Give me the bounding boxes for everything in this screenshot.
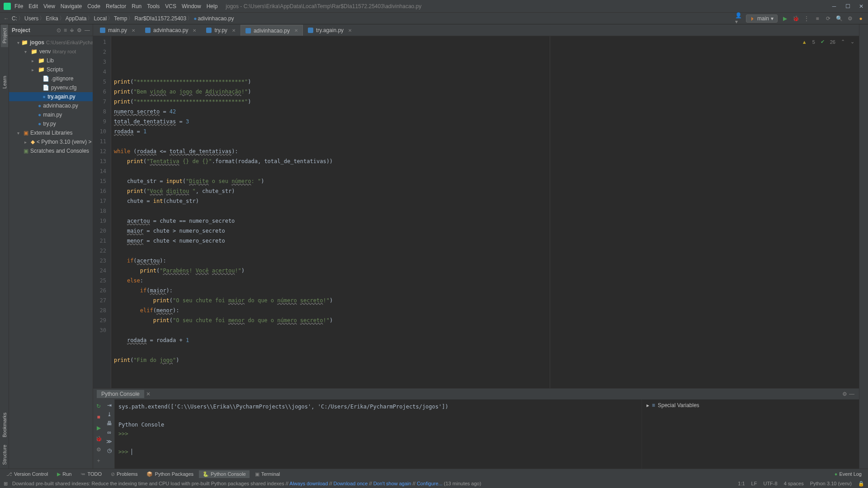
tree-try[interactable]: ●try.py	[9, 119, 93, 128]
chevron-up-icon[interactable]: ⌃	[841, 39, 845, 45]
indent[interactable]: 4 spaces	[784, 481, 804, 487]
tree-lib[interactable]: ▸📁Lib	[9, 56, 93, 65]
search-icon[interactable]: 🔍	[835, 15, 843, 22]
execute-icon[interactable]: ▶	[94, 424, 103, 432]
menu-tools[interactable]: Tools	[147, 3, 160, 9]
tw-problems[interactable]: ⊘Problems	[107, 470, 141, 478]
tw-version-control[interactable]: ⎇Version Control	[3, 470, 52, 478]
debug-button[interactable]: 🐞	[792, 15, 799, 22]
sidebar-tab-project[interactable]: Project	[1, 24, 8, 47]
tree-gitignore[interactable]: 📄.gitignore	[9, 74, 93, 83]
print-icon[interactable]: 🖶	[107, 420, 112, 427]
crumb-file[interactable]: adivinhacao.py	[198, 15, 234, 22]
new-console-icon[interactable]: ＋	[94, 456, 103, 465]
tree-tryagain[interactable]: ●try.again.py	[9, 92, 93, 101]
tree-python-env[interactable]: ▸◆< Python 3.10 (venv) >	[9, 137, 93, 146]
minimize-button[interactable]: ─	[831, 3, 837, 9]
tree-venv[interactable]: ▾📁venv library root	[9, 47, 93, 56]
stop-icon[interactable]: ■	[94, 413, 103, 421]
tab-advinhacao[interactable]: advinhacao.py✕	[140, 25, 201, 36]
collapse-all-icon[interactable]: ≑	[70, 27, 74, 33]
lock-icon[interactable]: 🔒	[858, 481, 864, 487]
soft-wrap-icon[interactable]: ⇥	[107, 402, 112, 408]
interpreter[interactable]: Python 3.10 (venv)	[810, 481, 852, 487]
status-link[interactable]: Always download	[289, 481, 328, 486]
variables-view[interactable]: ▸≡Special Variables	[642, 399, 859, 469]
crumb[interactable]: Local	[94, 15, 107, 22]
tree-root[interactable]: ▾📁jogos C:\Users\Erika\Pycha	[9, 38, 93, 47]
sidebar-tab-structure[interactable]: Structure	[1, 441, 8, 469]
menu-vcs[interactable]: VCS	[165, 3, 176, 9]
menu-file[interactable]: File	[14, 3, 23, 9]
tw-packages[interactable]: 📦Python Packages	[143, 470, 197, 478]
close-button[interactable]: ✕	[858, 3, 864, 9]
menu-run[interactable]: Run	[132, 3, 142, 9]
maximize-button[interactable]: ☐	[844, 3, 851, 9]
crumb[interactable]: AppData	[66, 15, 87, 22]
close-icon[interactable]: ✕	[132, 28, 135, 33]
tab-adivinhacao[interactable]: adivinhacao.py✕	[241, 25, 303, 36]
settings-icon[interactable]: ⚙	[846, 15, 854, 22]
menu-view[interactable]: View	[43, 3, 55, 9]
code-content[interactable]: print("*********************************…	[111, 36, 859, 388]
git-update-icon[interactable]: ⟳	[825, 15, 832, 22]
close-icon[interactable]: ✕	[294, 28, 298, 33]
caret-position[interactable]: 1:1	[738, 481, 745, 487]
encoding[interactable]: UTF-8	[763, 481, 777, 487]
project-tree[interactable]: ▾📁jogos C:\Users\Erika\Pycha ▾📁venv libr…	[9, 36, 93, 469]
status-link[interactable]: Don't show again	[373, 481, 411, 486]
stop-icon[interactable]: ■	[814, 15, 821, 22]
select-opened-file-icon[interactable]: ⊙	[57, 27, 61, 33]
user-icon[interactable]: 👤▾	[735, 15, 742, 22]
settings-icon[interactable]: ⚙	[94, 446, 103, 454]
menu-window[interactable]: Window	[182, 3, 201, 9]
hide-icon[interactable]: —	[85, 27, 90, 33]
tw-terminal[interactable]: ▣Terminal	[251, 470, 284, 478]
menu-code[interactable]: Code	[87, 3, 100, 9]
status-link[interactable]: Download once	[334, 481, 368, 486]
tw-python-console[interactable]: 🐍Python Console	[199, 470, 250, 478]
history-icon[interactable]: ◷	[107, 447, 112, 454]
scroll-end-icon[interactable]: ⤓	[107, 411, 112, 418]
menu-edit[interactable]: Edit	[28, 3, 38, 9]
tw-event-log[interactable]: ●Event Log	[831, 470, 865, 478]
tw-run[interactable]: ▶Run	[53, 470, 75, 478]
menu-navigate[interactable]: Navigate	[61, 3, 82, 9]
tab-tryagain[interactable]: try.again.py✕	[303, 25, 357, 36]
run-config-selector[interactable]: ⏵main▾	[746, 14, 778, 23]
chevron-right-icon[interactable]: ▸	[646, 402, 649, 408]
crumb[interactable]: Temp	[114, 15, 127, 22]
crumb[interactable]: Rar$DIa11572.25403	[134, 15, 186, 22]
close-icon[interactable]: ✕	[232, 28, 236, 33]
menu-refactor[interactable]: Refactor	[106, 3, 126, 9]
inspections-widget[interactable]: ▲5 ✔26 ⌃ ⌄	[802, 39, 854, 45]
crumb[interactable]: C:	[12, 15, 17, 22]
menu-help[interactable]: Help	[207, 3, 218, 9]
code-editor[interactable]: 1234567891011121314151617181920212223242…	[93, 36, 859, 388]
tree-adiv[interactable]: ●advinhacao.py	[9, 101, 93, 110]
tree-scratches[interactable]: ▣Scratches and Consoles	[9, 146, 93, 155]
rerun-icon[interactable]: ↻	[94, 402, 103, 410]
run-button[interactable]: ▶	[781, 15, 788, 22]
console-output[interactable]: sys.path.extend(['C:\\Users\\Erika\\Pych…	[115, 399, 642, 469]
expand-all-icon[interactable]: ≡	[64, 27, 67, 33]
close-icon[interactable]: ✕	[146, 391, 151, 397]
crumb[interactable]: Erika	[46, 15, 58, 22]
nav-back-icon[interactable]: ←	[4, 15, 9, 22]
tree-scripts[interactable]: ▸📁Scripts	[9, 65, 93, 74]
crumb[interactable]: Users	[24, 15, 38, 22]
hide-icon[interactable]: —	[848, 390, 855, 398]
gear-icon[interactable]: ⚙	[77, 27, 82, 33]
line-sep[interactable]: LF	[751, 481, 757, 487]
tree-ext-lib[interactable]: ▾▣External Libraries	[9, 128, 93, 137]
status-link[interactable]: Configure...	[417, 481, 443, 486]
tree-pyvenv[interactable]: 📄pyvenv.cfg	[9, 83, 93, 92]
variables-icon[interactable]: ∞	[107, 429, 111, 436]
tab-main[interactable]: main.py✕	[95, 25, 140, 36]
avatar-icon[interactable]: ●	[857, 15, 864, 22]
attach-debugger-icon[interactable]: 🐞	[94, 435, 103, 443]
console-tab[interactable]: Python Console	[97, 390, 144, 398]
tree-main[interactable]: ●main.py	[9, 110, 93, 119]
chevron-down-icon[interactable]: ⌄	[850, 39, 854, 45]
tool-windows-icon[interactable]: ⊞	[4, 481, 8, 487]
